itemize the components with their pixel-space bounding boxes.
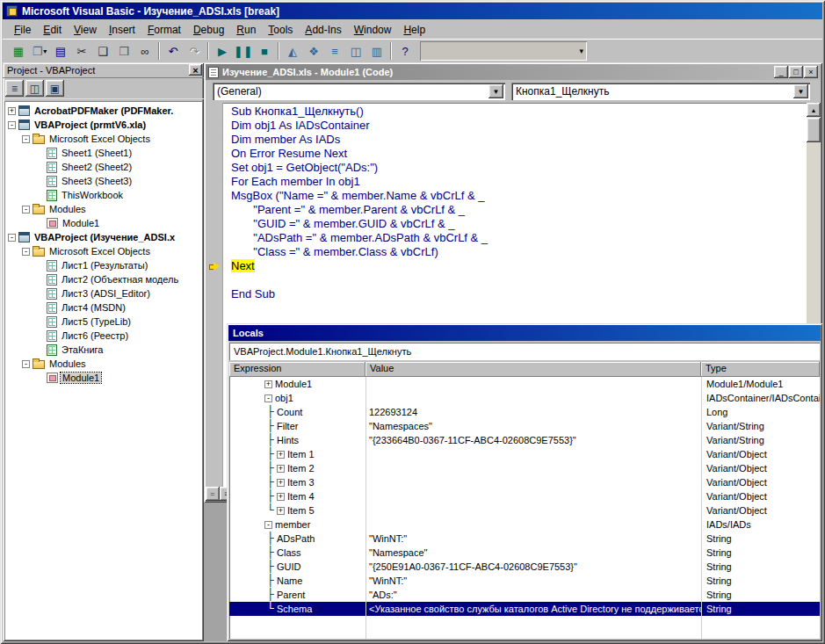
copy-button[interactable]: ❑: [92, 41, 113, 61]
reset-button[interactable]: ■: [254, 41, 275, 61]
toolbox-button[interactable]: ▥: [366, 41, 387, 61]
menu-window[interactable]: Window: [348, 22, 398, 38]
expand-plus-icon[interactable]: +: [277, 493, 285, 501]
tree-item[interactable]: ThisWorkbook: [4, 188, 202, 202]
menu-help[interactable]: Help: [397, 22, 431, 38]
project-panel-close-button[interactable]: ×: [189, 64, 202, 76]
locals-titlebar[interactable]: Locals: [228, 325, 821, 341]
object-browser-button[interactable]: ◫: [345, 41, 366, 61]
view-code-button[interactable]: ≡: [5, 80, 24, 97]
undo-button[interactable]: ↶: [163, 41, 184, 61]
expand-minus-icon[interactable]: -: [22, 360, 30, 368]
tree-item[interactable]: -Microsoft Excel Objects: [4, 244, 202, 258]
help-button[interactable]: ?: [394, 41, 416, 61]
tree-item[interactable]: Sheet2 (Sheet2): [4, 160, 202, 174]
locals-row[interactable]: └Schema<Указанное свойство службы катало…: [229, 602, 820, 616]
scrollbar-thumb[interactable]: [807, 118, 821, 142]
locals-row[interactable]: ├Hints"{233664B0-0367-11CF-ABC4-02608C9E…: [229, 433, 820, 447]
dropdown-arrow-icon[interactable]: ▼: [793, 84, 808, 98]
tree-item[interactable]: Module1: [4, 371, 202, 385]
menu-run[interactable]: Run: [230, 22, 262, 38]
locals-row[interactable]: ├Class"Namespace"String: [229, 546, 820, 560]
expand-plus-icon[interactable]: +: [277, 479, 285, 487]
menu-insert[interactable]: Insert: [103, 22, 141, 38]
menu-debug[interactable]: Debug: [187, 22, 230, 38]
expand-minus-icon[interactable]: -: [264, 394, 272, 402]
expand-plus-icon[interactable]: +: [264, 380, 272, 388]
menu-file[interactable]: File: [8, 22, 37, 38]
window-titlebar[interactable]: Microsoft Visual Basic - Изучение_ADSI.x…: [3, 3, 822, 19]
dropdown-arrow-icon[interactable]: ▼: [488, 84, 503, 98]
expand-minus-icon[interactable]: -: [22, 206, 30, 213]
close-button[interactable]: ×: [804, 66, 818, 78]
tree-item[interactable]: Лист3 (ADSI_Editor): [4, 286, 202, 300]
find-button[interactable]: ∞: [134, 41, 156, 61]
insert-userform-button[interactable]: ❐▾: [29, 41, 50, 61]
locals-row[interactable]: ├+Item 4Variant/Object: [229, 489, 820, 503]
expand-minus-icon[interactable]: -: [264, 521, 272, 529]
locals-row[interactable]: ├Filter"Namespaces"Variant/String: [229, 419, 820, 433]
object-combobox[interactable]: (General) ▼: [213, 83, 505, 100]
expand-minus-icon[interactable]: -: [8, 121, 16, 129]
tree-item[interactable]: -Modules: [4, 202, 202, 216]
menu-view[interactable]: View: [68, 22, 103, 38]
menu-add-ins[interactable]: Add-Ins: [299, 22, 347, 38]
paste-button[interactable]: ❒: [113, 41, 134, 61]
locals-row[interactable]: ├+Item 1Variant/Object: [229, 447, 820, 461]
toggle-folders-button[interactable]: ▣: [46, 80, 64, 97]
locals-row[interactable]: ├Count122693124Long: [229, 405, 820, 419]
scroll-up-icon[interactable]: ▲: [807, 103, 821, 117]
tree-item[interactable]: +AcrobatPDFMaker (PDFMaker.: [4, 104, 202, 118]
maximize-button[interactable]: □: [789, 66, 803, 78]
procedure-combobox[interactable]: Кнопка1_Щелкнуть ▼: [511, 83, 810, 100]
view-microsoft-excel-button[interactable]: ▦: [8, 41, 29, 61]
locals-row[interactable]: -obj1IADsContainer/IADsContainer: [229, 391, 820, 405]
tree-item[interactable]: Лист6 (Реестр): [4, 329, 202, 343]
view-object-button[interactable]: ◫: [25, 80, 44, 97]
locals-row[interactable]: └+Item 5Variant/Object: [229, 503, 820, 517]
locals-row[interactable]: ├+Item 2Variant/Object: [229, 461, 820, 475]
properties-window-button[interactable]: ≡: [324, 41, 345, 61]
locals-row[interactable]: -memberIADs/IADs: [229, 517, 820, 532]
tree-item[interactable]: Лист5 (TypeLib): [4, 315, 202, 329]
project-panel-caption[interactable]: Project - VBAProject ×: [3, 62, 204, 78]
tree-item[interactable]: Лист1 (Результаты): [4, 258, 202, 272]
expand-plus-icon[interactable]: +: [277, 507, 285, 515]
dropdown-arrow-icon[interactable]: ▾: [43, 47, 47, 55]
menu-format[interactable]: Format: [141, 22, 187, 38]
save-button[interactable]: ▤: [50, 41, 71, 61]
expand-minus-icon[interactable]: -: [22, 135, 30, 143]
menu-tools[interactable]: Tools: [262, 22, 299, 38]
tree-item[interactable]: ЭтаКнига: [4, 343, 202, 357]
cut-button[interactable]: ✂: [71, 41, 92, 61]
minimize-button[interactable]: _: [774, 66, 788, 78]
project-explorer-button[interactable]: ❖: [303, 41, 324, 61]
code-window-titlebar[interactable]: Изучение_ADSI.xls - Module1 (Code) _□×: [206, 64, 821, 80]
expand-plus-icon[interactable]: +: [277, 451, 285, 459]
locals-row[interactable]: ├ADsPath"WinNT:"String: [229, 532, 820, 546]
tree-item[interactable]: Sheet3 (Sheet3): [4, 174, 202, 188]
menu-edit[interactable]: Edit: [37, 22, 68, 38]
tree-item[interactable]: -VBAProject (Изучение_ADSI.x: [4, 230, 202, 244]
locals-row[interactable]: ├Name"WinNT:"String: [229, 574, 820, 588]
expand-minus-icon[interactable]: -: [22, 248, 30, 256]
break-button[interactable]: ❚❚: [233, 41, 254, 61]
procedure-view-button[interactable]: =: [206, 487, 220, 501]
tree-item[interactable]: -Modules: [4, 357, 202, 371]
locals-row[interactable]: ├GUID"{250E91A0-0367-11CF-ABC4-02608C9E7…: [229, 560, 820, 574]
expand-plus-icon[interactable]: +: [277, 465, 285, 473]
tree-item[interactable]: Sheet1 (Sheet1): [4, 146, 202, 160]
tree-item[interactable]: -VBAProject (prmtV6.xla): [4, 118, 202, 132]
tree-item[interactable]: -Microsoft Excel Objects: [4, 132, 202, 146]
toolbar-more-icon[interactable]: ▾: [575, 47, 587, 55]
locals-row[interactable]: +Module1Module1/Module1: [229, 377, 820, 391]
expand-plus-icon[interactable]: +: [8, 107, 16, 115]
tree-item[interactable]: Module1: [4, 216, 202, 230]
locals-row[interactable]: ├+Item 3Variant/Object: [229, 475, 820, 489]
tree-item[interactable]: Лист2 (Объектная модель: [4, 272, 202, 286]
run-button[interactable]: ▶: [212, 41, 233, 61]
locals-row[interactable]: ├Parent"ADs:"String: [229, 588, 820, 602]
design-mode-button[interactable]: ◭: [282, 41, 303, 61]
tree-item[interactable]: Лист4 (MSDN): [4, 300, 202, 315]
expand-minus-icon[interactable]: -: [8, 234, 16, 242]
